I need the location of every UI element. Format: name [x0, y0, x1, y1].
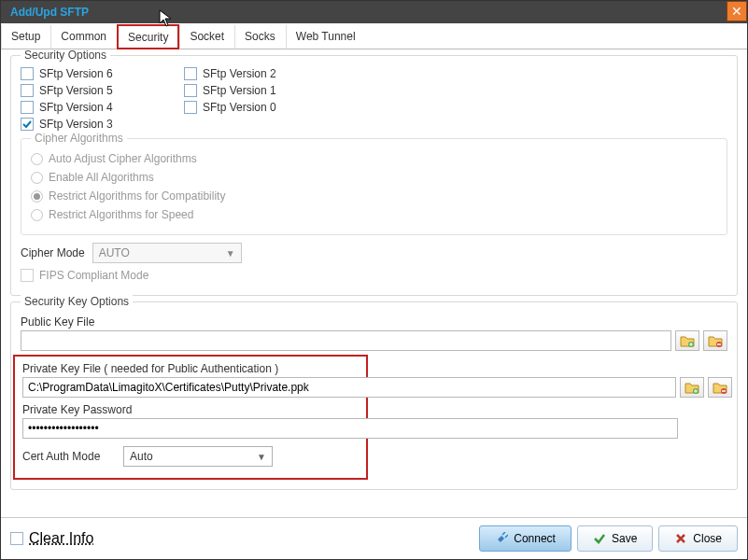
- private-password-label: Private Key Password: [22, 403, 359, 416]
- cipher-mode-label: Cipher Mode: [21, 246, 85, 259]
- window-close-button[interactable]: ✕: [727, 1, 747, 21]
- cipher-mode-select: AUTO ▼: [92, 243, 242, 263]
- folder-remove-icon: [713, 381, 727, 394]
- check-label: SFtp Version 5: [39, 84, 113, 97]
- cipher-algorithms-group: Cipher Algorithms Auto Adjust Cipher Alg…: [21, 138, 727, 235]
- check-label: SFtp Version 6: [39, 67, 113, 80]
- check-label: SFtp Version 1: [203, 84, 276, 97]
- x-icon: [674, 532, 687, 545]
- cipher-legend: Cipher Algorithms: [31, 132, 127, 145]
- radio-label: Restrict Algorithms for Compatibility: [49, 189, 225, 203]
- check-label: SFtp Version 2: [203, 67, 276, 80]
- check-sftp-v3[interactable]: SFtp Version 3: [21, 118, 184, 131]
- cert-auth-mode-value: Auto: [130, 450, 153, 463]
- check-sftp-v1[interactable]: SFtp Version 1: [184, 84, 347, 97]
- highlighted-region: Private Key File ( needed for Public Aut…: [13, 355, 368, 480]
- private-password-input[interactable]: [22, 418, 678, 439]
- connect-button[interactable]: Connect: [479, 525, 572, 552]
- chevron-down-icon: ▼: [257, 452, 266, 462]
- folder-add-icon: [680, 334, 695, 347]
- check-sftp-v6[interactable]: SFtp Version 6: [21, 67, 184, 80]
- public-key-input[interactable]: [21, 330, 671, 351]
- check-sftp-v4[interactable]: SFtp Version 4: [21, 101, 184, 114]
- tab-socket[interactable]: Socket: [179, 24, 234, 49]
- cert-auth-mode-label: Cert Auth Mode: [22, 450, 116, 463]
- titlebar: Add/Upd SFTP ✕: [1, 1, 747, 23]
- button-label: Save: [612, 532, 637, 545]
- check-sftp-v5[interactable]: SFtp Version 5: [21, 84, 184, 97]
- security-options-group: Security Options SFtp Version 6 SFtp Ver…: [10, 55, 738, 296]
- radio-label: Enable All Algorithms: [49, 171, 154, 184]
- cert-auth-mode-select[interactable]: Auto ▼: [123, 446, 273, 467]
- folder-remove-icon: [708, 334, 723, 347]
- check-label: SFtp Version 3: [39, 118, 113, 131]
- check-sftp-v2[interactable]: SFtp Version 2: [184, 67, 347, 80]
- security-options-legend: Security Options: [21, 49, 110, 62]
- radio-restrict-speed: Restrict Algorithms for Speed: [31, 208, 717, 221]
- tab-setup[interactable]: Setup: [1, 24, 50, 49]
- folder-add-icon: [684, 381, 699, 394]
- private-key-clear-button[interactable]: [708, 377, 732, 398]
- footer: Clear Info Connect Save Close: [1, 517, 747, 559]
- save-button[interactable]: Save: [577, 525, 653, 552]
- private-key-label: Private Key File ( needed for Public Aut…: [22, 362, 359, 375]
- check-label: FIPS Compliant Mode: [39, 269, 148, 282]
- window-title: Add/Upd SFTP: [10, 6, 89, 19]
- close-button[interactable]: Close: [658, 525, 738, 552]
- tab-web-tunnel[interactable]: Web Tunnel: [286, 24, 366, 49]
- key-options-legend: Security Key Options: [21, 295, 133, 308]
- radio-restrict-compat: Restrict Algorithms for Compatibility: [31, 189, 717, 203]
- radio-label: Restrict Algorithms for Speed: [49, 208, 193, 221]
- public-key-browse-button[interactable]: [675, 330, 699, 351]
- chevron-down-icon: ▼: [226, 248, 235, 259]
- check-sftp-v0[interactable]: SFtp Version 0: [184, 101, 347, 114]
- cipher-mode-value: AUTO: [99, 246, 130, 259]
- public-key-clear-button[interactable]: [703, 330, 727, 351]
- check-icon: [593, 532, 606, 545]
- private-key-browse-button[interactable]: [680, 377, 704, 398]
- check-label: SFtp Version 0: [203, 101, 276, 114]
- radio-auto-adjust: Auto Adjust Cipher Algorithms: [31, 152, 717, 165]
- clear-info-label: Clear Info: [29, 530, 93, 547]
- radio-enable-all: Enable All Algorithms: [31, 171, 717, 184]
- security-key-options-group: Security Key Options Public Key File Pri…: [10, 301, 738, 490]
- check-label: SFtp Version 4: [39, 101, 113, 114]
- plug-icon: [495, 532, 508, 545]
- radio-label: Auto Adjust Cipher Algorithms: [49, 152, 197, 165]
- tab-security[interactable]: Security: [117, 24, 179, 49]
- button-label: Close: [693, 532, 722, 545]
- button-label: Connect: [514, 532, 556, 545]
- tab-common[interactable]: Common: [50, 24, 117, 49]
- check-fips: FIPS Compliant Mode: [21, 269, 727, 282]
- tab-socks[interactable]: Socks: [234, 24, 286, 49]
- private-key-input[interactable]: [22, 377, 676, 398]
- tab-bar: Setup Common Security Socket Socks Web T…: [1, 23, 747, 49]
- public-key-label: Public Key File: [21, 315, 727, 329]
- clear-info-check[interactable]: Clear Info: [10, 530, 93, 547]
